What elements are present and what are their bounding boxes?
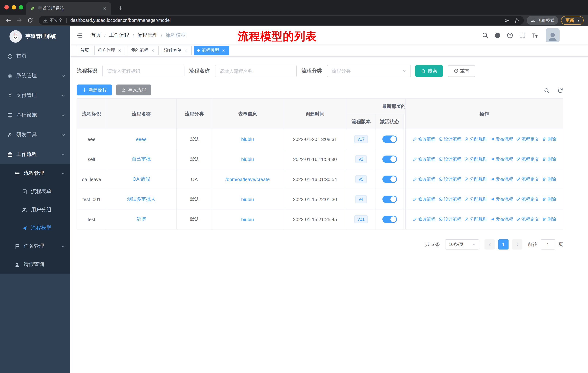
sidebar-item-task-management[interactable]: 任务管理: [0, 237, 70, 255]
process-name-link[interactable]: eeee: [136, 136, 147, 142]
fullscreen-icon[interactable]: [519, 32, 526, 39]
delete-process-link[interactable]: 删除: [542, 136, 556, 142]
browser-menu-icon[interactable]: [576, 18, 581, 23]
publish-process-link[interactable]: 发布流程: [490, 196, 513, 202]
active-status-toggle[interactable]: [382, 176, 397, 183]
tag-close-icon[interactable]: ×: [183, 48, 189, 53]
delete-process-link[interactable]: 删除: [542, 216, 556, 222]
process-definition-link[interactable]: 流程定义: [516, 136, 539, 142]
active-status-toggle[interactable]: [382, 135, 397, 143]
back-button[interactable]: [3, 15, 14, 26]
security-warning-icon[interactable]: [43, 18, 48, 23]
page-size-select[interactable]: 10条/页: [445, 239, 479, 250]
window-close-button[interactable]: [4, 5, 9, 10]
sidebar-item-user-group[interactable]: 用户分组: [0, 201, 70, 219]
delete-process-link[interactable]: 删除: [542, 176, 556, 182]
breadcrumb-workflow[interactable]: 工作流程: [109, 32, 129, 39]
breadcrumb-process-management[interactable]: 流程管理: [137, 32, 158, 39]
design-process-link[interactable]: 设计流程: [438, 136, 461, 142]
process-definition-link[interactable]: 流程定义: [516, 216, 539, 222]
design-process-link[interactable]: 设计流程: [438, 156, 461, 162]
modify-process-link[interactable]: 修改流程: [412, 156, 435, 162]
sidebar-item-system-management[interactable]: 系统管理: [0, 66, 70, 86]
sidebar-toggle-button[interactable]: [73, 30, 85, 41]
modify-process-link[interactable]: 修改流程: [412, 196, 435, 202]
bookmark-star-icon[interactable]: [514, 18, 519, 23]
delete-process-link[interactable]: 删除: [542, 196, 556, 202]
help-icon[interactable]: [506, 32, 513, 39]
font-size-icon[interactable]: [531, 32, 538, 39]
browser-update-chip[interactable]: 更新: [561, 16, 584, 25]
sidebar-item-dev-tools[interactable]: 研发工具: [0, 125, 70, 145]
tag-tenant-management[interactable]: 租户管理 ×: [94, 46, 126, 55]
delete-process-link[interactable]: 删除: [542, 156, 556, 162]
forward-button[interactable]: [14, 15, 25, 26]
breadcrumb-home[interactable]: 首页: [91, 32, 101, 39]
new-tab-button[interactable]: [116, 3, 125, 13]
reset-button[interactable]: 重置: [448, 65, 475, 77]
page-number-button[interactable]: 1: [498, 239, 509, 250]
import-process-button[interactable]: 导入流程: [116, 84, 151, 95]
sidebar-item-process-model[interactable]: 流程模型: [0, 219, 70, 237]
sidebar-item-infrastructure[interactable]: 基础设施: [0, 105, 70, 125]
search-icon[interactable]: [482, 32, 488, 39]
search-button[interactable]: 搜索: [415, 65, 443, 77]
process-name-link[interactable]: 滔博: [136, 216, 146, 222]
modify-process-link[interactable]: 修改流程: [412, 216, 435, 222]
tag-close-icon[interactable]: ×: [150, 48, 155, 53]
sidebar-item-home[interactable]: 首页: [0, 46, 70, 66]
process-definition-link[interactable]: 流程定义: [516, 156, 539, 162]
sidebar-item-payment-management[interactable]: 支付管理: [0, 86, 70, 105]
tag-close-icon[interactable]: ×: [117, 48, 122, 53]
active-status-toggle[interactable]: [382, 196, 397, 203]
github-icon[interactable]: [494, 32, 501, 39]
window-minimize-button[interactable]: [12, 5, 16, 10]
publish-process-link[interactable]: 发布流程: [490, 216, 513, 222]
process-name-link[interactable]: 自己审批: [132, 156, 151, 162]
form-info-link[interactable]: biubiu: [241, 156, 254, 162]
form-info-link[interactable]: /bpm/oa/leave/create: [225, 176, 270, 182]
prev-page-button[interactable]: [484, 239, 495, 250]
sidebar-item-workflow[interactable]: 工作流程: [0, 145, 70, 164]
assign-rule-link[interactable]: 分配规则: [464, 196, 487, 202]
process-name-link[interactable]: OA 请假: [133, 176, 150, 182]
modify-process-link[interactable]: 修改流程: [412, 136, 435, 142]
form-info-link[interactable]: biubiu: [241, 217, 254, 222]
tag-close-icon[interactable]: ×: [221, 48, 226, 53]
goto-page-input[interactable]: [541, 239, 555, 250]
create-process-button[interactable]: 新建流程: [77, 84, 112, 95]
user-avatar[interactable]: [546, 28, 560, 42]
next-page-button[interactable]: [512, 239, 522, 250]
refresh-table-icon[interactable]: [557, 87, 563, 93]
publish-process-link[interactable]: 发布流程: [490, 136, 513, 142]
process-name-input[interactable]: [215, 65, 297, 77]
design-process-link[interactable]: 设计流程: [438, 216, 461, 222]
sidebar-item-process-form[interactable]: 流程表单: [0, 182, 70, 201]
process-definition-link[interactable]: 流程定义: [516, 176, 539, 182]
address-bar[interactable]: 不安全 dashboard.yudao.iocoder.cn/bpm/manag…: [39, 16, 524, 25]
tag-my-process[interactable]: 我的流程 ×: [128, 46, 158, 55]
process-key-input[interactable]: [102, 65, 184, 77]
window-zoom-button[interactable]: [19, 5, 23, 10]
form-info-link[interactable]: biubiu: [241, 136, 254, 142]
modify-process-link[interactable]: 修改流程: [412, 176, 435, 182]
form-info-link[interactable]: biubiu: [241, 197, 254, 202]
publish-process-link[interactable]: 发布流程: [490, 176, 513, 182]
active-status-toggle[interactable]: [382, 216, 397, 223]
tab-close-button[interactable]: ×: [102, 5, 107, 11]
category-select[interactable]: 流程分类: [327, 65, 411, 77]
tag-process-model[interactable]: 流程模型 ×: [194, 46, 229, 55]
publish-process-link[interactable]: 发布流程: [490, 156, 513, 162]
process-name-link[interactable]: 测试多审批人: [127, 196, 156, 202]
toggle-search-icon[interactable]: [544, 87, 550, 93]
design-process-link[interactable]: 设计流程: [438, 196, 461, 202]
browser-tab[interactable]: 芋道管理系统 ×: [26, 2, 111, 15]
assign-rule-link[interactable]: 分配规则: [464, 216, 487, 222]
assign-rule-link[interactable]: 分配规则: [464, 176, 487, 182]
active-status-toggle[interactable]: [382, 156, 397, 163]
sidebar-item-process-management[interactable]: 流程管理: [0, 164, 70, 182]
design-process-link[interactable]: 设计流程: [438, 176, 461, 182]
password-key-icon[interactable]: [504, 18, 510, 23]
process-definition-link[interactable]: 流程定义: [516, 196, 539, 202]
tag-process-form[interactable]: 流程表单 ×: [161, 46, 192, 55]
